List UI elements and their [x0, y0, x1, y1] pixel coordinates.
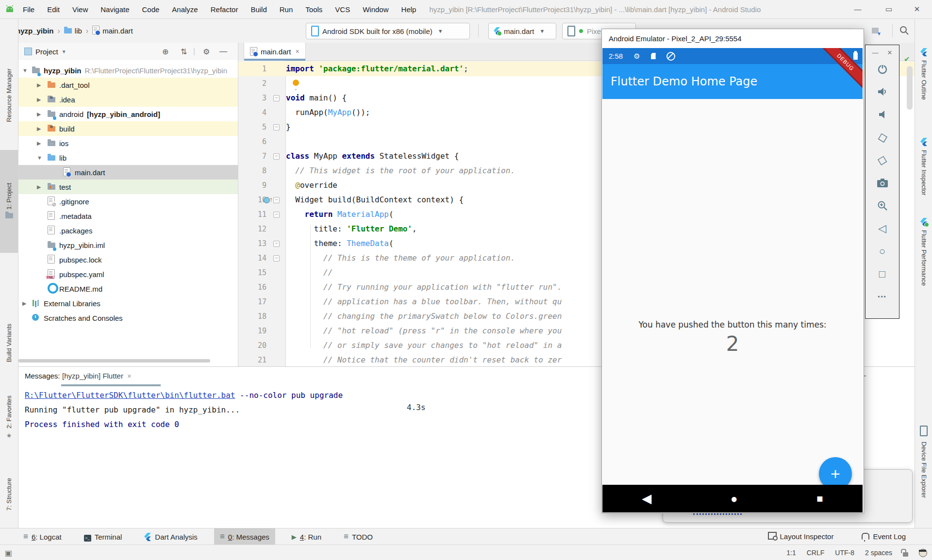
tree-row[interactable]: pubspec.lock — [18, 252, 238, 267]
fold-marker-icon[interactable]: – — [273, 153, 280, 160]
menu-refactor[interactable]: Refactor — [204, 5, 245, 14]
tool-window-button-4--run[interactable]: ▶4: Run — [286, 528, 327, 545]
emulator-screen[interactable]: 2:58 ⚙ Flutter Demo Home Page You have p… — [602, 48, 863, 512]
tree-row[interactable]: ▶android[hyzp_yibin_android] — [18, 107, 238, 121]
window-minimize-button[interactable]: — — [847, 0, 869, 18]
tool-window-button-0--messages[interactable]: ≡0: Messages — [214, 528, 275, 545]
project-panel-title[interactable]: Project — [35, 48, 58, 56]
menu-edit[interactable]: Edit — [41, 5, 66, 14]
menu-build[interactable]: Build — [244, 5, 273, 14]
collapse-all-icon[interactable]: ⇅ — [181, 47, 187, 56]
window-close-button[interactable]: ✕ — [906, 0, 928, 18]
tree-row[interactable]: pubspec.yaml — [18, 267, 238, 281]
emu-more-options-icon[interactable]: ••• — [877, 285, 888, 308]
emu-back-icon[interactable]: ◁ — [877, 217, 888, 240]
tree-row[interactable]: ▶.dart_tool — [18, 78, 238, 92]
tree-row[interactable]: hyzp_yibin.iml — [18, 238, 238, 252]
fold-marker-icon[interactable]: – — [273, 197, 280, 203]
arrow-right-icon[interactable]: ▶ — [37, 126, 41, 132]
inspection-status-icon[interactable]: ✔ — [904, 55, 910, 64]
tree-row[interactable]: .gitignore — [18, 194, 238, 209]
tree-row[interactable]: ▶✻build — [18, 121, 238, 136]
menu-tools[interactable]: Tools — [299, 5, 329, 14]
tree-row[interactable]: .metadata — [18, 209, 238, 223]
chevron-down-icon[interactable]: ▼ — [62, 49, 67, 54]
status-item[interactable]: CRLF — [807, 549, 825, 557]
tool-window-button-terminal[interactable]: >_Terminal — [78, 528, 128, 545]
arrow-down-icon[interactable]: ▼ — [37, 155, 42, 161]
sidebar-item----favorites[interactable]: 2: Favorites★ — [0, 390, 18, 445]
emulator-close-button[interactable]: ✕ — [887, 49, 893, 56]
menu-navigate[interactable]: Navigate — [94, 5, 135, 14]
emu-screenshot-icon[interactable] — [877, 171, 888, 194]
fold-marker-icon[interactable]: – — [273, 124, 280, 131]
tool-window-button-dart-analysis[interactable]: Dart Analysis — [138, 528, 203, 545]
arrow-right-icon[interactable]: ▶ — [37, 140, 41, 147]
menu-code[interactable]: Code — [135, 5, 166, 14]
run-configuration-selector[interactable]: main.dart▼ — [488, 23, 556, 39]
sidebar-item----structure[interactable]: 7: Structure — [0, 467, 18, 522]
emu-volume-down-icon[interactable] — [877, 103, 888, 126]
menu-analyze[interactable]: Analyze — [166, 5, 204, 14]
emu-rotate-left-icon[interactable]: ◇ — [874, 125, 891, 149]
nav-back-button[interactable]: ◀ — [642, 491, 651, 506]
horizontal-scrollbar[interactable] — [18, 359, 210, 362]
arrow-right-icon[interactable]: ▶ — [37, 97, 41, 103]
status-item[interactable]: 1:1 — [786, 549, 796, 557]
fold-marker-icon[interactable]: – — [273, 255, 280, 262]
right-tab-device-file-explorer[interactable]: Device File Explorer — [915, 426, 932, 498]
status-item[interactable]: 2 spaces — [865, 549, 892, 557]
tree-row[interactable]: ▶◆test — [18, 180, 238, 194]
arrow-right-icon[interactable]: ▶ — [37, 111, 41, 117]
sidebar-item----project[interactable]: 1: Project — [0, 150, 18, 253]
fold-marker-icon[interactable]: – — [273, 95, 280, 101]
minimize-icon[interactable]: — — [219, 47, 227, 56]
nav-home-button[interactable]: ● — [731, 492, 738, 506]
tree-row[interactable]: main.dart — [18, 165, 238, 180]
tool-window-button-todo[interactable]: ≡TODO — [338, 528, 379, 545]
search-everywhere-icon[interactable] — [899, 25, 910, 36]
sidebar-item-build-variants[interactable]: Build Variants — [0, 314, 18, 372]
breadcrumb-item[interactable]: lib — [75, 27, 82, 35]
menu-window[interactable]: Window — [356, 5, 395, 14]
plugin-update-icon[interactable] — [872, 26, 879, 34]
nav-overview-button[interactable]: ■ — [816, 493, 823, 505]
tree-row[interactable]: README.md — [18, 281, 238, 296]
tool-window-button-event-log[interactable]: Event Log — [856, 528, 912, 544]
fold-marker-icon[interactable]: – — [273, 212, 280, 218]
arrow-right-icon[interactable]: ▶ — [22, 300, 26, 307]
gear-icon[interactable]: ⚙ — [203, 47, 210, 56]
tree-row[interactable]: .packages — [18, 223, 238, 238]
tree-row[interactable]: ▼hyzp_yibinR:\FlutterProject\FlutterProj… — [18, 63, 238, 78]
emu-home-icon[interactable]: ○ — [877, 240, 888, 263]
device-selector[interactable]: Android SDK built for x86 (mobile)▼ — [306, 23, 470, 39]
arrow-right-icon[interactable]: ▶ — [37, 82, 41, 88]
status-item[interactable]: UTF-8 — [835, 549, 854, 557]
tool-window-button-layout-inspector[interactable]: Layout Inspector — [762, 528, 840, 544]
right-tab-flutter-outline[interactable]: Flutter Outline — [915, 48, 932, 100]
tree-row[interactable]: ▶…ios — [18, 136, 238, 150]
lock-open-icon[interactable] — [903, 552, 908, 557]
breadcrumb-item[interactable]: main.dart — [102, 27, 133, 35]
messages-tab-flutter[interactable]: [hyzp_yibin] Flutter × — [62, 372, 132, 380]
emu-power-icon[interactable] — [877, 57, 888, 80]
breadcrumb-item[interactable]: hyzp_yibin — [16, 27, 54, 35]
tree-row[interactable]: ▶✻.idea — [18, 92, 238, 107]
emulator-minimize-button[interactable]: — — [872, 49, 879, 56]
emu-zoom-icon[interactable] — [877, 194, 888, 217]
tool-window-button-6--logcat[interactable]: ≡6: Logcat — [17, 528, 67, 545]
menu-help[interactable]: Help — [395, 5, 423, 14]
tree-row[interactable]: ▶External Libraries — [18, 296, 238, 311]
menu-file[interactable]: File — [17, 5, 41, 14]
emu-rotate-right-icon[interactable]: ◇ — [874, 148, 891, 172]
menu-run[interactable]: Run — [273, 5, 300, 14]
sidebar-item-resource-manager[interactable]: Resource Manager — [0, 50, 18, 140]
locate-icon[interactable]: ⊕ — [162, 47, 168, 56]
menu-view[interactable]: View — [66, 5, 94, 14]
menu-vcs[interactable]: VCS — [329, 5, 356, 14]
arrow-down-icon[interactable]: ▼ — [22, 67, 28, 73]
right-tab-flutter-inspector[interactable]: Flutter Inspector — [915, 138, 932, 196]
editor-scrollbar[interactable] — [907, 66, 913, 110]
tree-row[interactable]: Scratches and Consoles — [18, 311, 238, 325]
hector-icon[interactable] — [919, 549, 927, 557]
